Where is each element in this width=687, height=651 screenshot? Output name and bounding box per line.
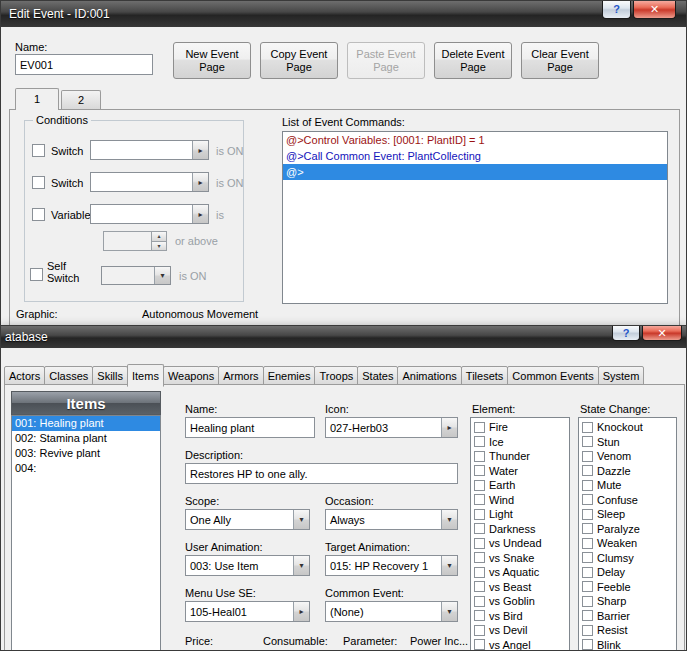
- element-option[interactable]: Thunder: [474, 449, 569, 464]
- state-change-label: State Change:: [580, 403, 650, 415]
- dropdown-arrow-icon: ▾: [441, 556, 457, 575]
- state-change-option[interactable]: Delay: [582, 565, 676, 580]
- event-command-row[interactable]: @>Control Variables: [0001: PlantID] = 1: [283, 132, 667, 148]
- database-tab[interactable]: Troops: [314, 366, 358, 386]
- item-row[interactable]: 001: Healing plant: [12, 416, 160, 431]
- variable-status-label: is: [216, 209, 224, 221]
- variable-checkbox[interactable]: [32, 208, 45, 221]
- element-option[interactable]: Wind: [474, 493, 569, 508]
- conditions-legend: Conditions: [33, 114, 91, 126]
- event-page-button[interactable]: Delete Event Page: [434, 42, 512, 79]
- database-tab[interactable]: Skills: [92, 366, 128, 386]
- menu-use-se-field[interactable]: 105-Heal01 ▸: [185, 601, 310, 622]
- event-page-button[interactable]: Paste Event Page: [347, 42, 425, 79]
- event-command-row[interactable]: @>: [283, 164, 667, 180]
- event-page-button[interactable]: Copy Event Page: [260, 42, 338, 79]
- state-change-option[interactable]: Clumsy: [582, 551, 676, 566]
- user-animation-select[interactable]: 003: Use Item ▾: [185, 555, 310, 576]
- database-tab[interactable]: System: [598, 366, 645, 386]
- database-tab[interactable]: Animations: [397, 366, 461, 386]
- browse-arrow-icon: ▸: [192, 205, 208, 223]
- state-change-checkbox-list[interactable]: Knockout Stun Venom Dazzle: [578, 417, 677, 651]
- state-change-option[interactable]: Resist: [582, 623, 676, 638]
- database-tab[interactable]: Common Events: [507, 366, 598, 386]
- event-page-tab[interactable]: 2: [61, 90, 101, 109]
- database-tab[interactable]: Actors: [4, 366, 45, 386]
- state-change-option[interactable]: Stun: [582, 435, 676, 450]
- element-option[interactable]: Darkness: [474, 522, 569, 537]
- event-page-tab[interactable]: 1: [15, 88, 59, 110]
- spin-up-icon[interactable]: ▴: [151, 232, 166, 241]
- db-close-button[interactable]: ✕: [642, 325, 682, 341]
- variable-value-spinner[interactable]: ▴ ▾: [103, 231, 167, 251]
- item-row[interactable]: 002: Stamina plant: [12, 431, 160, 446]
- event-name-input[interactable]: [15, 54, 153, 75]
- database-titlebar[interactable]: atabase ? ✕: [1, 326, 686, 348]
- variable-picker[interactable]: ▸: [90, 204, 209, 224]
- edit-event-titlebar[interactable]: Edit Event - ID:001 ? ✕: [1, 1, 686, 27]
- event-page-button[interactable]: New Event Page: [173, 42, 251, 79]
- state-change-option[interactable]: Dazzle: [582, 464, 676, 479]
- switch1-picker[interactable]: ▸: [90, 140, 209, 160]
- database-tab[interactable]: Armors: [218, 366, 263, 386]
- or-above-label: or above: [175, 235, 218, 247]
- common-event-select[interactable]: (None) ▾: [325, 601, 458, 622]
- self-switch-select[interactable]: ▾: [101, 266, 171, 285]
- state-change-option-label: Weaken: [597, 537, 637, 549]
- element-option[interactable]: vs Goblin: [474, 594, 569, 609]
- state-change-option[interactable]: Blink: [582, 638, 676, 651]
- close-button[interactable]: ✕: [633, 0, 676, 19]
- occasion-select[interactable]: Always ▾: [325, 509, 458, 530]
- element-option[interactable]: Earth: [474, 478, 569, 493]
- switch1-checkbox[interactable]: [32, 144, 45, 157]
- event-command-row[interactable]: @>Call Common Event: PlantCollecting: [283, 148, 667, 164]
- state-change-option[interactable]: Knockout: [582, 420, 676, 435]
- item-name-input[interactable]: [185, 417, 315, 438]
- state-change-option-label: Knockout: [597, 421, 643, 433]
- conditions-groupbox: Conditions Switch ▸ is ON Switch ▸ is ON…: [24, 120, 244, 302]
- event-page-button[interactable]: Clear Event Page: [521, 42, 599, 79]
- element-checkbox-list[interactable]: Fire Ice Thunder Water: [470, 417, 570, 651]
- element-option[interactable]: vs Devil: [474, 623, 569, 638]
- database-tab[interactable]: States: [357, 366, 398, 386]
- database-tab[interactable]: Enemies: [263, 366, 316, 386]
- element-option[interactable]: Light: [474, 507, 569, 522]
- database-tab[interactable]: Tilesets: [461, 366, 509, 386]
- switch2-checkbox[interactable]: [32, 176, 45, 189]
- state-change-option[interactable]: Paralyze: [582, 522, 676, 537]
- state-change-option[interactable]: Venom: [582, 449, 676, 464]
- element-option[interactable]: vs Beast: [474, 580, 569, 595]
- element-option[interactable]: Fire: [474, 420, 569, 435]
- element-option[interactable]: vs Bird: [474, 609, 569, 624]
- item-row[interactable]: 004:: [12, 461, 160, 476]
- database-tab[interactable]: Items: [127, 364, 164, 387]
- state-change-option[interactable]: Confuse: [582, 493, 676, 508]
- self-switch-checkbox[interactable]: [30, 268, 43, 281]
- db-help-button[interactable]: ?: [612, 325, 640, 341]
- state-change-option[interactable]: Weaken: [582, 536, 676, 551]
- items-list[interactable]: 001: Healing plant002: Stamina plant003:…: [11, 415, 161, 651]
- scope-select[interactable]: One Ally ▾: [185, 509, 310, 530]
- element-option[interactable]: vs Aquatic: [474, 565, 569, 580]
- help-button[interactable]: ?: [602, 0, 631, 19]
- state-change-option[interactable]: Sleep: [582, 507, 676, 522]
- state-change-option[interactable]: Sharp: [582, 594, 676, 609]
- item-row[interactable]: 003: Revive plant: [12, 446, 160, 461]
- event-commands-list[interactable]: @>Control Variables: [0001: PlantID] = 1…: [282, 131, 668, 304]
- spin-down-icon[interactable]: ▾: [151, 241, 166, 251]
- element-option[interactable]: vs Undead: [474, 536, 569, 551]
- switch2-picker[interactable]: ▸: [90, 172, 209, 192]
- element-option[interactable]: vs Snake: [474, 551, 569, 566]
- icon-field[interactable]: 027-Herb03 ▸: [325, 417, 458, 438]
- state-change-option[interactable]: Feeble: [582, 580, 676, 595]
- database-tab[interactable]: Classes: [44, 366, 93, 386]
- element-option-label: vs Bird: [489, 610, 523, 622]
- description-input[interactable]: [185, 463, 458, 484]
- database-tab[interactable]: Weapons: [163, 366, 219, 386]
- element-option[interactable]: Ice: [474, 435, 569, 450]
- target-animation-select[interactable]: 015: HP Recovery 1 ▾: [325, 555, 458, 576]
- state-change-option[interactable]: Barrier: [582, 609, 676, 624]
- state-change-option[interactable]: Mute: [582, 478, 676, 493]
- element-option[interactable]: Water: [474, 464, 569, 479]
- element-option[interactable]: vs Angel: [474, 638, 569, 651]
